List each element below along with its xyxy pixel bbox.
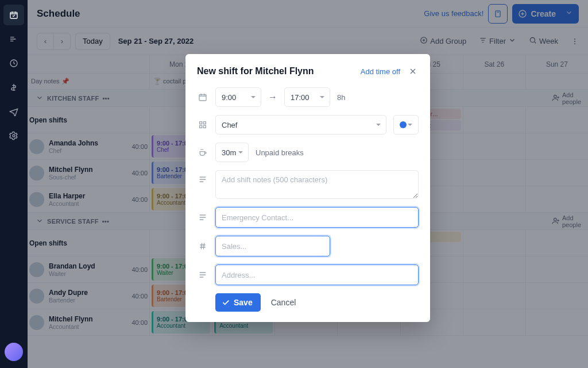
new-shift-modal: New shift for Mitchel Flynn Add time off… bbox=[185, 54, 430, 322]
rail-timeline-icon[interactable] bbox=[3, 29, 24, 49]
notes-icon bbox=[197, 175, 208, 184]
save-button[interactable]: Save bbox=[215, 293, 261, 312]
hash-icon bbox=[197, 241, 208, 251]
color-swatch bbox=[400, 121, 407, 128]
rail-settings-icon[interactable] bbox=[3, 125, 24, 146]
role-select[interactable]: Chef bbox=[215, 115, 386, 135]
close-icon[interactable] bbox=[407, 66, 419, 77]
rail-plane-icon[interactable] bbox=[3, 101, 24, 122]
svg-rect-15 bbox=[200, 125, 202, 128]
main: Schedule Give us feedback! Create ‹ › To… bbox=[28, 0, 588, 368]
svg-point-2 bbox=[13, 135, 15, 137]
modal-title: New shift for Mitchel Flynn bbox=[197, 66, 361, 76]
end-time-select[interactable]: 17:00 bbox=[284, 87, 330, 107]
sales-input[interactable] bbox=[215, 236, 330, 256]
break-select[interactable]: 30m bbox=[215, 143, 249, 162]
modal-scrim[interactable]: New shift for Mitchel Flynn Add time off… bbox=[28, 0, 588, 368]
coffee-icon bbox=[197, 148, 208, 157]
rail-schedule-icon[interactable] bbox=[3, 5, 24, 25]
svg-rect-16 bbox=[203, 125, 206, 128]
address-input[interactable] bbox=[215, 264, 419, 285]
rail-avatar[interactable] bbox=[5, 343, 23, 361]
duration-label: 8h bbox=[337, 93, 345, 102]
rail-money-icon[interactable] bbox=[3, 77, 24, 98]
add-time-off-link[interactable]: Add time off bbox=[361, 67, 400, 76]
notes-icon bbox=[197, 270, 208, 279]
svg-rect-0 bbox=[10, 12, 17, 18]
break-label: Unpaid breaks bbox=[256, 148, 304, 157]
left-rail bbox=[0, 0, 28, 368]
color-select[interactable] bbox=[393, 115, 419, 135]
grid-icon bbox=[197, 120, 208, 129]
shift-notes-input[interactable] bbox=[215, 170, 419, 199]
start-time-select[interactable]: 9:00 bbox=[215, 87, 261, 107]
cancel-button[interactable]: Cancel bbox=[271, 298, 296, 307]
svg-rect-13 bbox=[200, 122, 202, 124]
rail-clock-icon[interactable] bbox=[3, 53, 24, 74]
svg-rect-12 bbox=[199, 94, 206, 101]
arrow-right-icon: → bbox=[268, 92, 277, 102]
notes-icon bbox=[197, 213, 208, 222]
calendar-icon bbox=[197, 93, 208, 102]
svg-rect-14 bbox=[203, 122, 206, 124]
emergency-contact-input[interactable] bbox=[215, 207, 419, 228]
